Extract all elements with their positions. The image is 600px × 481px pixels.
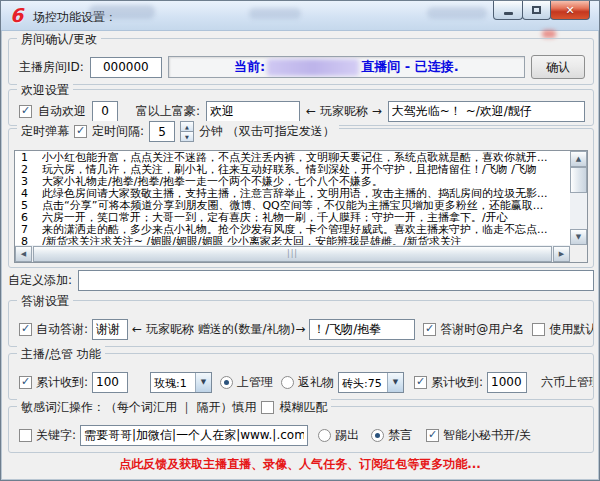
grip-icon: ||| [287,249,298,258]
group-danmu: 定时弹幕 ✓ 定时间隔: ▲ ▼ 分钟 （双击可指定发送） 1小小红包能升富，点… [8,128,594,268]
check-icon: ✓ [425,323,434,334]
app-logo-icon: 6 [10,4,23,26]
keyword-label: 关键字: [36,427,76,444]
thanks-prefix-input[interactable] [92,319,128,340]
accum1-label: 累计收到: [36,374,88,391]
horizontal-scroll-thumb[interactable]: ||| [33,246,552,262]
fuzzy-match-checkbox[interactable]: ✓ [261,401,274,414]
gift2-select[interactable]: 砖头:75 ▼ [338,372,404,393]
secretary-checkbox[interactable]: ✓ [426,429,439,442]
group-manager-legend: 主播/总管 功能 [17,346,105,363]
censor-smudge [249,8,301,19]
kick-radio[interactable] [318,429,331,442]
group-room: 房间确认/更改 主播房间ID: 当前: 直播间 - 已连接. 确认 [8,38,594,85]
censor-smudge [89,5,155,19]
use-default-label: 使用默认 [549,321,593,338]
minimize-button[interactable] [493,1,523,20]
welcome-count-input[interactable] [92,101,118,122]
censor-smudge [427,7,487,19]
vertical-scroll-thumb[interactable] [570,167,587,193]
list-item[interactable]: 8/新货求关注求关注~ /媚眼/媚眼/媚眼 少小离家老大回，安能辨我是雄雌。/新… [16,236,570,245]
dialog-window: 6 场控功能设置： ✕ 房间确认/更改 主播房间ID: 当前: 直播间 - 已连… [0,0,600,481]
custom-add-row: 自定义添加: [8,270,594,291]
at-username-label: 答谢时@用户名 [440,321,524,338]
interval-unit-label: 分钟 （双击可指定发送） [199,123,335,140]
connection-status: 当前: 直播间 - 已连接. [168,56,525,78]
thanks-suffix-input[interactable] [309,319,415,340]
check-icon: ✓ [21,376,30,387]
greeting-suffix-input[interactable] [388,101,585,122]
list-item[interactable]: 2玩六房，情几许，点关注，刷小礼，往来互动好联系。情到深处，开个守护，且把情留住… [16,164,570,176]
thanks-middle-label: ← 玩家昵称 赠送的(数量/礼物)→ [132,321,305,338]
interval-input[interactable] [149,121,175,142]
room-id-input[interactable] [90,57,162,78]
interval-label: 定时间隔: [92,123,144,140]
horizontal-scrollbar[interactable]: ◀ ||| ▶ [15,245,570,262]
group-room-legend: 房间确认/更改 [17,31,101,48]
vertical-scrollbar[interactable]: ▲ ▼ [570,151,587,245]
custom-add-label: 自定义添加: [8,272,72,289]
maximize-icon [532,6,541,14]
group-manager: 主播/总管 功能 ✓ 累计收到: 玫瑰:1 ▼ 上管理 返礼物 砖头:75 ▼ … [8,353,594,400]
promote-manager-radio[interactable] [220,376,233,389]
return-gift-radio[interactable] [281,376,294,389]
auto-thanks-label: 自动答谢: [36,321,88,338]
return-gift-label: 返礼物 [298,374,334,391]
list-item[interactable]: 7来的潇洒走的酷，多少来点小礼物。抢个沙发有风度，卡个管理好威武。喜欢主播来守护… [16,224,570,236]
list-item[interactable]: 1小小红包能升富，点点关注不迷路，不点关注丢内裤，文明聊天要记住，系统点歌就是酷… [16,152,570,164]
chevron-down-icon[interactable]: ▼ [195,373,211,392]
accum1-checkbox[interactable]: ✓ [19,376,32,389]
list-item[interactable]: 5点击“分享”可将本频道分享到朋友圈、微博、QQ空间等，不仅能为主播宝贝增加更多… [16,200,570,212]
gift1-select[interactable]: 玫瑰:1 ▼ [150,372,212,393]
use-default-checkbox[interactable]: ✓ [532,323,545,336]
scroll-down-icon[interactable]: ▼ [570,229,587,245]
keyword-input[interactable] [80,425,308,446]
danmu-label: 定时弹幕 [21,123,69,140]
mute-label: 禁言 [388,427,412,444]
accum2-checkbox[interactable]: ✓ [414,376,427,389]
check-icon: ✓ [21,323,30,334]
close-button[interactable]: ✕ [550,1,590,20]
list-item[interactable]: 6六房一开，笑口常开；大哥一到，定有喜庆；礼物一刷，千人膜拜；守护一开，主播拿下… [16,212,570,224]
accum2-input[interactable] [487,372,527,393]
chevron-down-icon[interactable]: ▼ [387,373,403,392]
auto-welcome-checkbox[interactable]: ✓ [19,105,32,118]
minimize-icon [504,12,513,15]
danmu-enabled-checkbox[interactable]: ✓ [74,125,87,138]
list-item[interactable]: 4此绿色房间请大家致敬主播，支持主播，注意言辞举止，文明用语，攻击主播的、捣乱房… [16,188,570,200]
accum1-input[interactable] [92,372,128,393]
scroll-left-icon[interactable]: ◀ [15,246,32,262]
fuzzy-match-label: 模糊匹配 [279,399,327,416]
scroll-up-icon[interactable]: ▲ [570,151,587,167]
secretary-label: 智能小秘书开/关 [443,427,531,444]
maximize-button[interactable] [522,1,551,20]
scroll-right-icon[interactable]: ▶ [553,246,570,262]
custom-add-input[interactable] [78,270,594,291]
group-welcome-legend: 欢迎设置 [17,82,73,99]
group-thanks: 答谢设置 ✓ 自动答谢: ← 玩家昵称 赠送的(数量/礼物)→ ✓ 答谢时@用户… [8,300,594,347]
confirm-button[interactable]: 确认 [531,55,585,79]
status-suffix: 直播间 - 已连接. [361,58,458,76]
spin-down-icon[interactable]: ▼ [180,131,194,142]
at-username-checkbox[interactable]: ✓ [423,323,436,336]
auto-thanks-checkbox[interactable]: ✓ [19,323,32,336]
group-sensitive: 敏感词汇操作：（每个词汇用 ｜ 隔开）慎用 ✓ 模糊匹配 ✓ 关键字: 踢出 禁… [8,406,594,453]
keyword-checkbox[interactable]: ✓ [19,429,32,442]
six-coin-note: 六币上管理 [541,374,593,391]
feedback-link[interactable]: 点此反馈及获取主播直播、录像、人气任务、订阅红包等更多功能... [119,457,481,471]
check-icon: ✓ [21,105,30,116]
check-icon: ✓ [428,429,437,440]
censor-smudge [542,30,556,38]
footer: 点此反馈及获取主播直播、录像、人气任务、订阅红包等更多功能... [1,453,599,473]
danmu-list[interactable]: 1小小红包能升富，点点关注不迷路，不点关注丢内裤，文明聊天要记住，系统点歌就是酷… [14,150,588,263]
nickname-arrows-label: ← 玩家昵称 → [306,103,382,120]
rich-greeting-input[interactable] [206,101,300,122]
interval-spinner[interactable]: ▲ ▼ [180,121,194,142]
check-icon: ✓ [416,376,425,387]
mute-radio[interactable] [371,429,384,442]
rich-label: 富以上富豪: [136,103,200,120]
kick-label: 踢出 [335,427,359,444]
scrollbar-corner [570,245,587,262]
list-item[interactable]: 3大家小礼物走/抱拳/抱拳/抱拳一走一个两个不嫌少，七个八个不嫌多。 [16,176,570,188]
sensitive-label: 敏感词汇操作：（每个词汇用 ｜ 隔开）慎用 [21,399,256,416]
